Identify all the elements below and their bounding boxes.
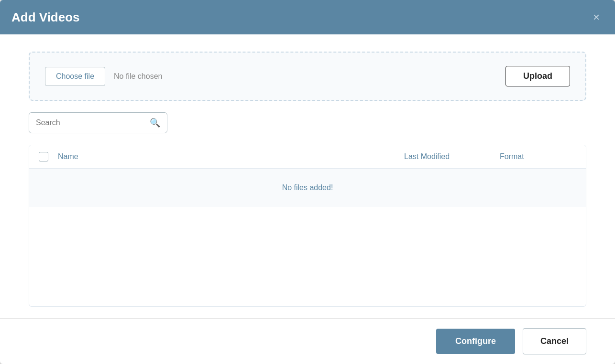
upload-button[interactable]: Upload (505, 66, 570, 86)
table-body: No files added! (29, 169, 586, 207)
search-container: 🔍 (29, 112, 586, 133)
empty-table-message: No files added! (271, 172, 345, 203)
modal-body: Choose file No file chosen Upload 🔍 Name… (0, 34, 615, 318)
select-all-checkbox[interactable] (39, 152, 48, 161)
file-table: Name Last Modified Format No files added… (29, 145, 586, 307)
add-videos-modal: Add Videos × Choose file No file chosen … (0, 0, 615, 364)
search-icon: 🔍 (150, 118, 160, 128)
modal-footer: Configure Cancel (0, 318, 615, 364)
file-upload-area: Choose file No file chosen Upload (29, 52, 586, 101)
configure-button[interactable]: Configure (436, 329, 515, 354)
table-header: Name Last Modified Format (29, 145, 586, 169)
search-box: 🔍 (29, 112, 167, 133)
no-file-text: No file chosen (114, 72, 505, 81)
close-button[interactable]: × (589, 10, 604, 25)
column-header-last-modified: Last Modified (404, 152, 500, 161)
cancel-button[interactable]: Cancel (523, 328, 586, 354)
modal-header: Add Videos × (0, 0, 615, 34)
search-input[interactable] (36, 118, 146, 127)
column-header-name: Name (58, 152, 404, 161)
column-header-format: Format (500, 152, 576, 161)
choose-file-button[interactable]: Choose file (45, 67, 105, 86)
modal-title: Add Videos (11, 10, 80, 25)
